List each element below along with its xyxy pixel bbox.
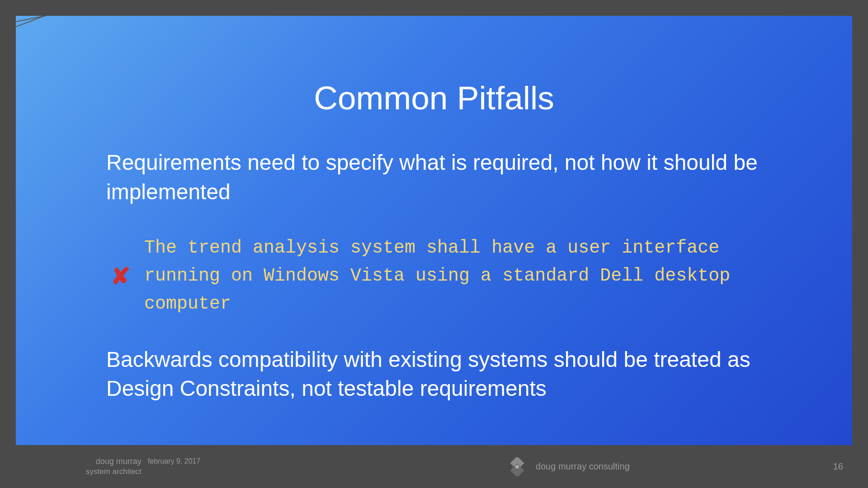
page-number: 16	[833, 461, 843, 472]
paragraph-2: Backwards compatibility with existing sy…	[106, 345, 762, 404]
author-title: system architect	[86, 467, 142, 477]
company-name: doug murray consulting	[536, 461, 630, 472]
bad-example-block: ✘ The trend analysis system shall have a…	[106, 234, 762, 318]
footer-date: february 9, 2017	[148, 457, 201, 465]
svg-point-4	[515, 465, 519, 469]
author-block: doug murray system architect	[86, 456, 142, 477]
paragraph-1: Requirements need to specify what is req…	[106, 148, 762, 207]
footer-right: doug murray consulting 16	[508, 457, 852, 476]
example-text: The trend analysis system shall have a u…	[144, 234, 762, 318]
slide-title: Common Pitfalls	[106, 79, 762, 117]
slide: Common Pitfalls Requirements need to spe…	[16, 16, 852, 445]
footer: doug murray system architect february 9,…	[0, 445, 868, 488]
author-name: doug murray	[86, 456, 142, 467]
x-mark-icon: ✘	[111, 263, 131, 290]
company-logo-icon	[508, 457, 527, 476]
footer-left: doug murray system architect february 9,…	[86, 456, 200, 477]
slide-content: Common Pitfalls Requirements need to spe…	[16, 16, 852, 431]
